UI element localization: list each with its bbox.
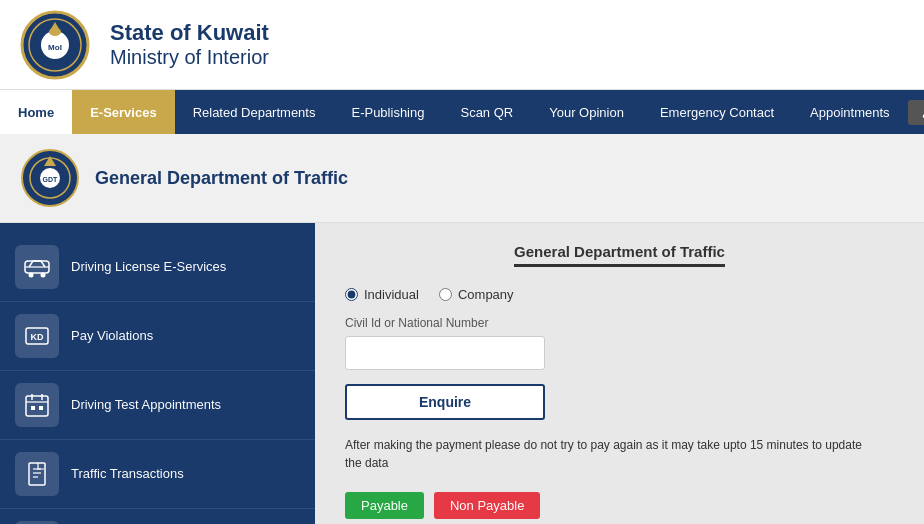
svg-point-13: [41, 273, 46, 278]
main-nav: Home E-Services Related Departments E-Pu…: [0, 90, 924, 134]
radio-individual-text: Individual: [364, 287, 419, 302]
site-header: MoI State of Kuwait Ministry of Interior: [0, 0, 924, 90]
action-buttons-row: Payable Non Payable: [345, 492, 894, 519]
radio-company-label[interactable]: Company: [439, 287, 514, 302]
dept-header: GDT General Department of Traffic: [0, 134, 924, 223]
nav-scan-qr[interactable]: Scan QR: [442, 90, 531, 134]
dept-header-section: GDT General Department of Traffic: [0, 134, 924, 223]
sidebar-label-driving-license: Driving License E-Services: [71, 258, 226, 276]
main-panel: General Department of Traffic Individual…: [315, 223, 924, 524]
dept-header-title: General Department of Traffic: [95, 168, 348, 189]
section-title: General Department of Traffic: [514, 243, 725, 267]
sidebar-item-driving-test[interactable]: Driving Test Appointments: [0, 371, 315, 440]
nav-e-services[interactable]: E-Services: [72, 90, 175, 134]
title-line1: State of Kuwait: [110, 20, 269, 46]
nav-arabic-button[interactable]: عربي: [908, 100, 924, 125]
nav-e-publishing[interactable]: E-Publishing: [333, 90, 442, 134]
kd-icon: KD: [15, 314, 59, 358]
civil-id-row: Civil Id or National Number: [345, 316, 894, 370]
car-icon: [15, 245, 59, 289]
svg-point-12: [29, 273, 34, 278]
nav-your-opinion[interactable]: Your Opinion: [531, 90, 642, 134]
svg-rect-17: [26, 396, 48, 416]
enquire-button[interactable]: Enquire: [345, 384, 545, 420]
radio-company[interactable]: [439, 288, 452, 301]
sidebar-label-pay-violations: Pay Violations: [71, 327, 153, 345]
civil-id-label: Civil Id or National Number: [345, 316, 894, 330]
notice-text: After making the payment please do not t…: [345, 436, 865, 472]
svg-rect-23: [29, 463, 45, 485]
sidebar-item-driving-license[interactable]: Driving License E-Services: [0, 233, 315, 302]
ministry-logo: MoI: [20, 10, 90, 80]
sidebar-label-driving-test: Driving Test Appointments: [71, 396, 221, 414]
svg-text:KD: KD: [31, 332, 44, 342]
main-inner: General Department of Traffic Individual…: [315, 223, 924, 524]
sidebar: Driving License E-Services KD Pay Violat…: [0, 223, 315, 524]
svg-text:MoI: MoI: [48, 43, 62, 52]
payable-button[interactable]: Payable: [345, 492, 424, 519]
title-line2: Ministry of Interior: [110, 46, 269, 69]
nav-appointments[interactable]: Appointments: [792, 90, 908, 134]
sidebar-item-locations[interactable]: Locations of Gen. Dept. of Traffic: [0, 509, 315, 524]
radio-individual[interactable]: [345, 288, 358, 301]
svg-rect-22: [39, 406, 43, 410]
ministry-title: State of Kuwait Ministry of Interior: [110, 20, 269, 69]
nonpayable-button[interactable]: Non Payable: [434, 492, 540, 519]
nav-home[interactable]: Home: [0, 90, 72, 134]
document-icon: [15, 452, 59, 496]
radio-individual-label[interactable]: Individual: [345, 287, 419, 302]
calendar-icon: [15, 383, 59, 427]
dept-logo: GDT: [20, 148, 80, 208]
svg-text:GDT: GDT: [43, 176, 59, 183]
section-title-wrap: General Department of Traffic: [345, 243, 894, 267]
entity-type-row: Individual Company: [345, 287, 894, 302]
sidebar-label-traffic-transactions: Traffic Transactions: [71, 465, 184, 483]
civil-id-input[interactable]: [345, 336, 545, 370]
sidebar-item-pay-violations[interactable]: KD Pay Violations: [0, 302, 315, 371]
nav-related-departments[interactable]: Related Departments: [175, 90, 334, 134]
radio-company-text: Company: [458, 287, 514, 302]
svg-rect-21: [31, 406, 35, 410]
content-area: Driving License E-Services KD Pay Violat…: [0, 223, 924, 524]
sidebar-item-traffic-transactions[interactable]: Traffic Transactions: [0, 440, 315, 509]
nav-emergency-contact[interactable]: Emergency Contact: [642, 90, 792, 134]
